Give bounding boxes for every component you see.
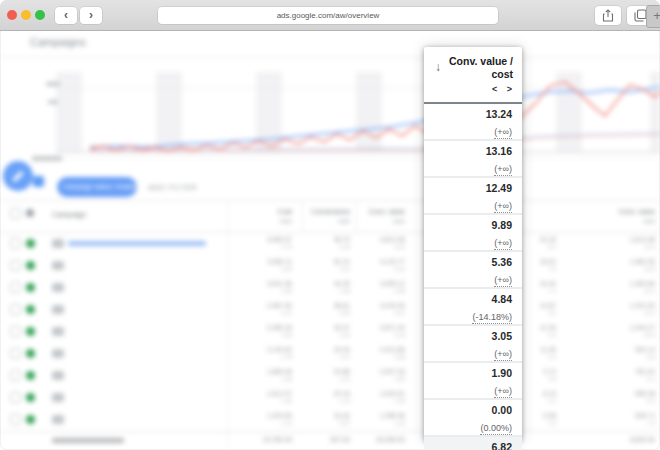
column-header-campaign[interactable]: Campaign	[52, 210, 86, 219]
metric-cell-subtext: 2.98	[335, 288, 405, 294]
column-header-conv-value-right[interactable]: Conv. value	[585, 208, 655, 215]
pencil-icon	[12, 170, 24, 182]
table-row[interactable]: 3,982.112.6452.102.114,120.773.1518.027.…	[0, 255, 660, 277]
metric-cell: 528.71	[585, 412, 655, 419]
table-row[interactable]: 2,987.902.2138.611.803,244.092.6114.876.…	[0, 299, 660, 321]
metric-cell-subtext: 11.4	[585, 310, 655, 316]
browser-toolbar: ‹ › ads.google.com/aw/overview +	[0, 0, 660, 31]
campaign-name-link[interactable]	[68, 241, 206, 246]
conv-value-cost-cell[interactable]: 13.24(+∞)	[424, 104, 522, 141]
metric-cell: 655.38	[585, 390, 655, 397]
campaign-type-icon	[52, 239, 64, 248]
table-total-row: 23,780.09 307.62 26,305.52 9,600.94	[0, 431, 660, 450]
sort-descending-icon[interactable]: ↓	[435, 60, 441, 74]
metric-cell: 2,871.40	[335, 324, 405, 331]
address-bar[interactable]: ads.google.com/aw/overview	[158, 7, 498, 24]
share-button[interactable]	[595, 6, 621, 25]
share-icon	[595, 9, 621, 22]
metric-change: (+∞)	[424, 195, 512, 213]
metric-cell-subtext: 2.08	[335, 354, 405, 360]
close-window-button[interactable]	[7, 10, 17, 20]
table-row[interactable]: 1,204.831.1216.420.971,285.961.336.583.4…	[0, 409, 660, 431]
metric-cell-subtext: 9.8	[585, 354, 655, 360]
metric-value: 4.84	[424, 293, 512, 306]
metric-value: 9.89	[424, 219, 512, 232]
conv-value-cost-cell[interactable]: 5.36(+∞)	[424, 252, 522, 289]
next-column-chevron-icon[interactable]: >	[507, 84, 512, 94]
status-enabled-icon	[26, 393, 35, 402]
metric-cell-subtext: 8.3	[585, 398, 655, 404]
metric-cell-subtext: 10.6	[585, 332, 655, 338]
status-enabled-icon	[26, 261, 35, 270]
conv-value-cost-cell[interactable]: 4.84(-14.18%)	[424, 289, 522, 326]
table-row[interactable]: 1,866.451.5524.881.312,007.331.849.724.8…	[0, 365, 660, 387]
conv-value-cost-cell[interactable]: 0.00(0.00%)	[424, 400, 522, 437]
conv-value-cost-total-cell[interactable]: 6.82(+20.84%)	[424, 437, 522, 450]
date-range-label	[32, 156, 62, 161]
metric-cell: 1,044.27	[585, 324, 655, 331]
new-tab-button[interactable]: +	[646, 5, 660, 28]
total-label	[52, 438, 124, 443]
metric-cell-subtext: 2.33	[335, 332, 405, 338]
zoom-window-button[interactable]	[35, 10, 45, 20]
metric-cell: 3,905.12	[335, 280, 405, 287]
metric-change: (+∞)	[424, 343, 512, 361]
header-subtext	[280, 220, 292, 223]
status-enabled-icon	[26, 349, 35, 358]
metric-cell-subtext: 1.33	[335, 420, 405, 426]
table-row[interactable]: 2,455.181.9533.471.622,871.402.3312.395.…	[0, 321, 660, 343]
prev-column-chevron-icon[interactable]: <	[492, 84, 497, 94]
metric-cell: 1,201.53	[585, 302, 655, 309]
row-checkbox[interactable]	[10, 392, 21, 403]
row-checkbox[interactable]	[10, 370, 21, 381]
metric-cell: 2,007.33	[335, 368, 405, 375]
select-all-checkbox[interactable]	[10, 208, 21, 219]
metric-cell-subtext: 9.1	[585, 376, 655, 382]
campaign-type-icon	[52, 349, 64, 358]
metric-change: (+∞)	[424, 158, 512, 176]
filter-icon[interactable]	[33, 176, 44, 187]
metric-change: (+∞)	[424, 269, 512, 287]
conv-value-cost-cell[interactable]: 12.49(+∞)	[424, 178, 522, 215]
metric-cell: 1,390.66	[585, 280, 655, 287]
table-row[interactable]: 3,541.362.4844.251.963,905.122.9816.447.…	[0, 277, 660, 299]
campaign-status-filter-chip[interactable]: Campaign status: Enabled	[57, 177, 137, 197]
metric-value: 1.90	[424, 367, 512, 380]
table-row[interactable]: 4,089.572.7048.702.034,813.483.4220.188.…	[0, 233, 660, 255]
metric-cell-subtext: 7.5	[585, 420, 655, 426]
add-filter-button[interactable]: ADD FILTER	[148, 183, 197, 192]
metric-value: 6.82	[424, 441, 512, 450]
metric-change: (+∞)	[424, 380, 512, 398]
table-row[interactable]: 1,512.071.3620.161.141,644.511.598.154.1…	[0, 387, 660, 409]
forward-button[interactable]: ›	[80, 7, 102, 24]
minimize-window-button[interactable]	[21, 10, 31, 20]
campaign-type-icon	[52, 327, 64, 336]
row-checkbox[interactable]	[10, 326, 21, 337]
conv-value-cost-cell[interactable]: 1.90(+∞)	[424, 363, 522, 400]
row-checkbox[interactable]	[10, 348, 21, 359]
focused-column-title[interactable]: Conv. value / cost	[449, 55, 513, 80]
table-row[interactable]: 2,140.621.7829.031.472,412.862.0811.055.…	[0, 343, 660, 365]
total-conv-value: 26,305.52	[325, 436, 405, 443]
row-checkbox[interactable]	[10, 260, 21, 271]
status-enabled-icon	[26, 239, 35, 248]
back-button[interactable]: ‹	[55, 7, 77, 24]
new-campaign-fab[interactable]	[3, 161, 33, 191]
column-header-conv-value[interactable]: Conv. value	[335, 208, 405, 215]
conv-value-cost-cell[interactable]: 9.89(+∞)	[424, 215, 522, 252]
y-axis-tick-label	[48, 100, 58, 104]
status-column-icon	[26, 209, 34, 217]
metric-cell: 1,613.48	[585, 236, 655, 243]
conv-value-cost-cell[interactable]: 3.05(+∞)	[424, 326, 522, 363]
metric-cell-subtext: 12.8	[585, 266, 655, 272]
row-checkbox[interactable]	[10, 282, 21, 293]
metric-cell: 2,412.86	[335, 346, 405, 353]
row-checkbox[interactable]	[10, 238, 21, 249]
row-checkbox[interactable]	[10, 414, 21, 425]
conv-value-cost-cell[interactable]: 13.16(+∞)	[424, 141, 522, 178]
row-checkbox[interactable]	[10, 304, 21, 315]
metric-value: 13.24	[424, 108, 512, 121]
metric-cell-subtext: 1.84	[335, 376, 405, 382]
metric-cell: 4,813.48	[335, 236, 405, 243]
status-enabled-icon	[26, 283, 35, 292]
